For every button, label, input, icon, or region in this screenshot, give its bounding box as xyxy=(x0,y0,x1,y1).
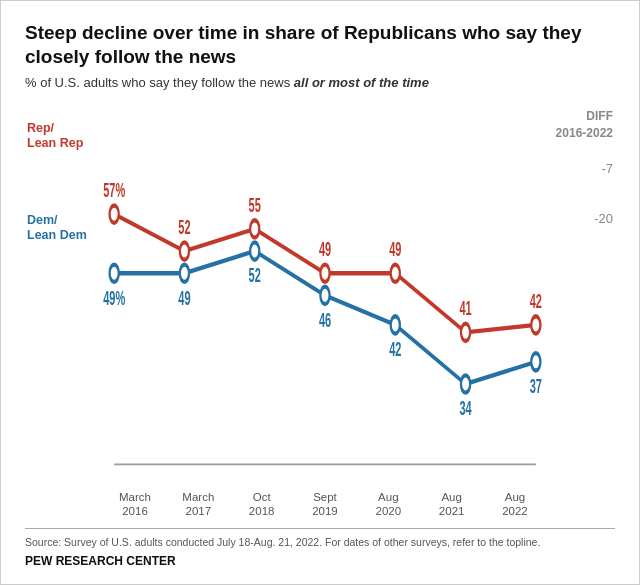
svg-point-25 xyxy=(461,376,470,393)
svg-text:37: 37 xyxy=(530,375,542,399)
svg-point-13 xyxy=(531,317,540,334)
line-chart: 57%52554949414249%495246423437 xyxy=(105,103,545,485)
svg-point-21 xyxy=(320,287,329,304)
x-label: Aug2022 xyxy=(485,490,545,519)
svg-point-7 xyxy=(320,265,329,282)
chart-area: Rep/Lean Rep Dem/Lean Dem DIFF2016-2022 … xyxy=(25,103,615,518)
svg-text:49%: 49% xyxy=(103,286,125,310)
pew-label: PEW RESEARCH CENTER xyxy=(25,554,615,568)
svg-text:57%: 57% xyxy=(103,178,125,202)
svg-text:52: 52 xyxy=(249,264,261,288)
x-label: Aug2021 xyxy=(422,490,482,519)
diff-rep: -7 xyxy=(601,161,613,176)
legend-rep: Rep/Lean Rep xyxy=(27,121,83,151)
x-label: March2017 xyxy=(168,490,228,519)
svg-point-9 xyxy=(391,265,400,282)
svg-text:41: 41 xyxy=(459,297,471,321)
chart-container: Rep/Lean Rep Dem/Lean Dem DIFF2016-2022 … xyxy=(105,103,545,485)
svg-point-19 xyxy=(250,243,259,260)
svg-text:52: 52 xyxy=(178,215,190,239)
svg-point-1 xyxy=(110,206,119,223)
svg-point-5 xyxy=(250,221,259,238)
svg-text:49: 49 xyxy=(389,237,401,261)
title: Steep decline over time in share of Repu… xyxy=(25,21,615,69)
svg-text:49: 49 xyxy=(319,237,331,261)
svg-text:42: 42 xyxy=(530,289,542,313)
svg-text:55: 55 xyxy=(249,193,261,217)
source-text: Source: Survey of U.S. adults conducted … xyxy=(25,528,615,550)
svg-point-3 xyxy=(180,243,189,260)
x-label: March2016 xyxy=(105,490,165,519)
x-label: Oct2018 xyxy=(232,490,292,519)
legend-dem: Dem/Lean Dem xyxy=(27,213,87,243)
svg-point-17 xyxy=(180,265,189,282)
diff-dem: -20 xyxy=(594,211,613,226)
diff-label: DIFF2016-2022 xyxy=(556,108,613,142)
subtitle: % of U.S. adults who say they follow the… xyxy=(25,75,615,92)
svg-point-27 xyxy=(531,354,540,371)
svg-point-23 xyxy=(391,317,400,334)
x-label: Aug2020 xyxy=(358,490,418,519)
svg-text:46: 46 xyxy=(319,308,331,332)
svg-text:42: 42 xyxy=(389,338,401,362)
x-label: Sept2019 xyxy=(295,490,355,519)
x-axis-labels: March2016March2017Oct2018Sept2019Aug2020… xyxy=(105,490,545,519)
svg-text:49: 49 xyxy=(178,286,190,310)
svg-point-15 xyxy=(110,265,119,282)
svg-point-11 xyxy=(461,324,470,341)
svg-text:34: 34 xyxy=(459,397,472,421)
